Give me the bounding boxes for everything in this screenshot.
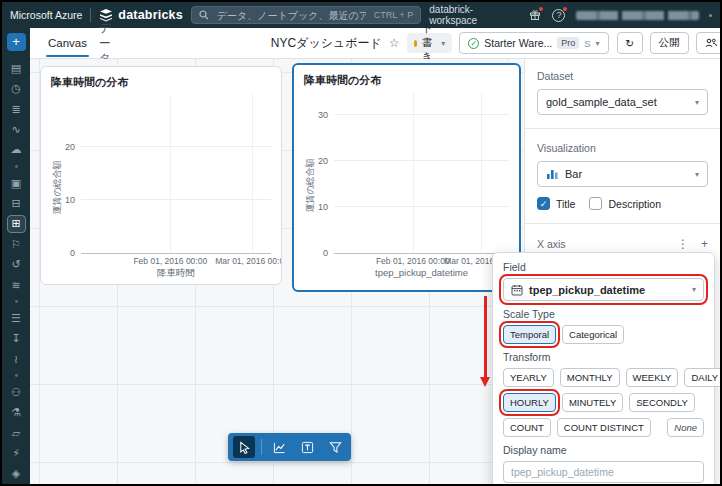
gridline <box>481 92 482 253</box>
sidebar-item-queries[interactable]: ⊟ <box>7 194 26 212</box>
field-config-popup: Field tpep_pickup_datetime ▾ Scale Type … <box>492 252 715 486</box>
y-tick-label: 0 <box>323 248 328 258</box>
warehouse-running-icon: ✓ <box>468 38 479 49</box>
gridline <box>334 114 509 115</box>
line-chart-icon <box>273 441 286 454</box>
warehouse-selector[interactable]: ✓ Starter Ware... Pro S ▾ <box>459 32 608 54</box>
sidebar-item-workspace[interactable]: ▤ <box>7 59 26 77</box>
add-visualization-tool[interactable] <box>268 436 290 458</box>
dashboard-canvas[interactable]: 降車時間の分布 運賃の総合額 01020 Feb 01, 2016 00:00M… <box>30 59 524 484</box>
gridline <box>413 92 414 253</box>
visualization-value: Bar <box>565 168 582 180</box>
bar-chart-icon <box>546 168 559 180</box>
sidebar-item-sql-editor[interactable]: ▣ <box>7 174 26 192</box>
whats-new-button[interactable] <box>527 8 541 23</box>
sidebar-item-compute[interactable]: ☁ <box>7 141 26 159</box>
sidebar-item-data-ingestion[interactable]: ↧ <box>7 330 26 348</box>
share-button[interactable]: 共有 <box>696 32 722 54</box>
dataset-select[interactable]: gold_sample_data_set ▾ <box>537 89 708 115</box>
chart-widget-dropoff[interactable]: 降車時間の分布 運賃の総合額 01020 Feb 01, 2016 00:00M… <box>40 66 282 285</box>
gift-icon <box>529 9 541 21</box>
search-shortcut: CTRL + P <box>374 10 413 20</box>
sidebar-item-query-history[interactable]: ↺ <box>7 256 26 274</box>
transform-secondly-button[interactable]: SECONDLY <box>629 393 695 412</box>
display-name-input[interactable] <box>503 461 704 483</box>
transform-count-distinct-button[interactable]: COUNT DISTINCT <box>557 418 651 437</box>
sidebar-item-marketplace[interactable]: ◈ <box>7 465 26 483</box>
dataset-value: gold_sample_data_set <box>546 96 657 108</box>
workspace-name[interactable]: databrick-workspace <box>429 4 517 26</box>
draft-status-chip[interactable]: 下書き ▾ <box>407 33 453 53</box>
field-select[interactable]: tpep_pickup_datetime ▾ <box>503 278 704 301</box>
chart-title: 降車時間の分布 <box>304 73 509 88</box>
scale-type-label: Scale Type <box>503 308 704 320</box>
gridline <box>81 199 271 200</box>
x-tick-label: Mar 01, 2016 00:00 <box>215 256 282 266</box>
sidebar-item-pipelines[interactable]: ≀ <box>7 350 26 368</box>
description-checkbox[interactable] <box>589 197 602 210</box>
transform-hourly-button[interactable]: HOURLY <box>503 393 556 412</box>
field-value: tpep_pickup_datetime <box>529 284 645 296</box>
x-axis-section-label: X axis <box>537 238 566 250</box>
sidebar-item-dashboards[interactable]: ⊞ <box>7 215 26 233</box>
refresh-icon: ↻ <box>625 37 634 49</box>
select-tool[interactable] <box>233 436 255 458</box>
cursor-icon <box>238 441 251 454</box>
transform-none-button[interactable]: None <box>667 418 704 437</box>
notification-dot <box>563 7 567 11</box>
add-filter-tool[interactable] <box>324 436 346 458</box>
description-checkbox-label: Description <box>608 198 661 210</box>
transform-count-button[interactable]: COUNT <box>503 418 551 437</box>
toolbar-divider <box>261 439 262 455</box>
refresh-button[interactable]: ↻ <box>617 32 643 54</box>
sidebar-item-alerts[interactable]: ⚐ <box>7 235 26 253</box>
title-checkbox[interactable]: ✓ <box>537 197 550 210</box>
panel-divider <box>525 223 720 224</box>
help-button[interactable]: ? <box>552 8 566 23</box>
y-tick-label: 20 <box>318 156 328 166</box>
sidebar-item-recents[interactable]: ◷ <box>7 80 26 98</box>
chevron-down-icon: ▾ <box>695 98 699 107</box>
search-input[interactable] <box>215 9 368 22</box>
sidebar-item-serving[interactable]: ⚡ <box>7 444 26 462</box>
star-icon[interactable]: ☆ <box>389 36 400 50</box>
chevron-down-icon: ▾ <box>692 285 696 294</box>
chevron-down-icon: ▾ <box>441 39 445 48</box>
sidebar-item-workflows[interactable]: ∿ <box>7 120 26 138</box>
x-axis-kebab-icon[interactable]: ⋮ <box>677 237 689 251</box>
x-tick-row: Feb 01, 2016 00:00Mar 01, 2016 00:00 <box>334 254 509 266</box>
visualization-label: Visualization <box>537 142 708 154</box>
chart-widget-dropoff-selected[interactable]: 降車時間の分布 運賃の総合額 0102030 Feb 01, 2016 00:0… <box>292 63 521 292</box>
visualization-select[interactable]: Bar ▾ <box>537 161 708 187</box>
chevron-down-icon: ▾ <box>596 39 600 48</box>
sidebar-item-job-runs[interactable]: ☰ <box>7 309 26 327</box>
sidebar-item-sql-warehouses[interactable]: ≋ <box>7 276 26 294</box>
y-tick-label: 10 <box>65 195 75 205</box>
sidebar-item-playground[interactable]: ⚇ <box>7 383 26 401</box>
publish-button[interactable]: 公開 <box>650 32 689 54</box>
add-text-tool[interactable] <box>296 436 318 458</box>
scale-categorical-button[interactable]: Categorical <box>562 325 624 344</box>
transform-weekly-button[interactable]: WEEKLY <box>626 368 679 387</box>
account-menu-dot[interactable] <box>709 14 712 17</box>
sidebar-divider-dot <box>15 165 18 168</box>
transform-daily-button[interactable]: DAILY <box>684 368 722 387</box>
plot-area: 01020 <box>81 94 271 254</box>
sidebar-item-catalog[interactable]: ≣ <box>7 100 26 118</box>
x-axis-add-icon[interactable]: + <box>701 237 708 251</box>
scale-temporal-button[interactable]: Temporal <box>503 325 556 344</box>
databricks-wordmark: databricks <box>118 8 183 22</box>
account-email-redacted[interactable] <box>576 11 699 20</box>
sidebar-item-models[interactable]: ▱ <box>7 424 26 442</box>
transform-minutely-button[interactable]: MINUTELY <box>562 393 623 412</box>
dashboard-title[interactable]: NYCダッシュボード <box>271 35 382 52</box>
share-people-icon <box>705 38 717 48</box>
sidebar-new-button[interactable]: + <box>7 33 26 51</box>
global-search[interactable]: CTRL + P <box>191 6 421 24</box>
transform-monthly-button[interactable]: MONTHLY <box>560 368 620 387</box>
topbar-divider <box>90 8 91 22</box>
sidebar-item-experiments[interactable]: ⚗ <box>7 404 26 422</box>
tab-canvas[interactable]: Canvas <box>46 29 89 57</box>
transform-yearly-button[interactable]: YEARLY <box>503 368 554 387</box>
chart-title: 降車時間の分布 <box>51 75 271 90</box>
